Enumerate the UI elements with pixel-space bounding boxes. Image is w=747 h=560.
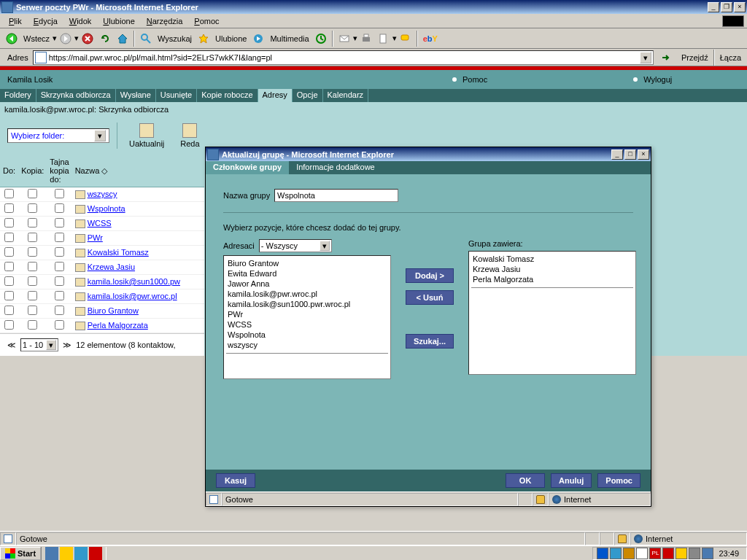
contact-link[interactable]: kamila.losik@sun1000.pw	[88, 277, 180, 286]
group-members-listbox[interactable]: Kowalski TomaszKrzewa JasiuPerla Malgorz…	[468, 251, 636, 375]
restore-button[interactable]: ❐	[721, 2, 732, 12]
contact-link[interactable]: Biuro Grantow	[88, 306, 139, 315]
pager-prev-icon[interactable]: ≪	[7, 341, 16, 350]
contact-link[interactable]: kamila.losik@pwr.wroc.pl	[88, 292, 177, 300]
tab-sent[interactable]: Wysłane	[116, 89, 156, 102]
to-checkbox[interactable]	[4, 306, 14, 315]
copy-checkbox[interactable]	[28, 233, 37, 242]
to-checkbox[interactable]	[4, 233, 14, 242]
menu-edit[interactable]: Edycja	[28, 15, 63, 27]
forward-dropdown-icon[interactable]: ▾	[74, 34, 79, 43]
contact-link[interactable]: PWr	[88, 233, 103, 242]
list-item[interactable]: kamila.losik@sun1000.pwr.wroc.pl	[226, 299, 388, 309]
to-checkbox[interactable]	[4, 203, 14, 213]
help-link[interactable]: Pomoc	[423, 75, 516, 84]
pager-range-select[interactable]: 1 - 10▾	[20, 338, 58, 351]
search-label[interactable]: Wyszukaj	[155, 34, 195, 43]
back-label[interactable]: Wstecz	[20, 34, 53, 43]
tab-inbox[interactable]: Skrzynka odbiorcza	[36, 89, 116, 102]
list-item[interactable]: kamila.losik@pwr.wroc.pl	[226, 289, 388, 299]
to-checkbox[interactable]	[4, 320, 14, 330]
quicklaunch-icon[interactable]	[45, 547, 58, 560]
popup-maximize-button[interactable]: □	[624, 149, 636, 160]
address-input[interactable]: https://mail.pwr.wroc.pl/pl/mail.html?si…	[33, 50, 654, 65]
to-checkbox[interactable]	[4, 218, 14, 228]
copy-checkbox[interactable]	[28, 203, 37, 213]
tab-group-members[interactable]: Członkowie grupy	[206, 161, 289, 174]
logout-link[interactable]: Wyloguj	[604, 75, 701, 84]
list-item[interactable]: Perla Malgorzata	[471, 274, 633, 284]
tray-icon[interactable]	[623, 548, 635, 559]
available-listbox[interactable]: Biuro GrantowEwita EdwardJawor Annakamil…	[223, 255, 391, 379]
tab-additional-info[interactable]: Informacje dodatkowe	[289, 161, 382, 174]
bcc-checkbox[interactable]	[55, 203, 64, 213]
ebay-icon[interactable]: ebY	[420, 34, 441, 43]
list-item[interactable]: Ewita Edward	[226, 268, 388, 279]
menu-favorites[interactable]: Ulubione	[97, 15, 140, 27]
quicklaunch-icon[interactable]	[89, 547, 102, 560]
bcc-checkbox[interactable]	[55, 291, 64, 300]
copy-checkbox[interactable]	[28, 306, 37, 315]
list-item[interactable]: wszyscy	[226, 340, 388, 350]
favorites-button[interactable]	[196, 31, 212, 47]
tray-icon[interactable]: PL	[649, 548, 661, 559]
copy-checkbox[interactable]	[28, 276, 37, 286]
copy-checkbox[interactable]	[28, 247, 37, 257]
search-button[interactable]: Szukaj...	[406, 334, 454, 349]
tab-options[interactable]: Opcje	[293, 89, 323, 102]
refresh-mail-button[interactable]: Uaktualnij	[125, 122, 169, 149]
quicklaunch-icon[interactable]	[74, 547, 88, 560]
folder-select[interactable]: Wybierz folder: ▾	[7, 128, 109, 143]
discuss-button[interactable]	[398, 31, 414, 47]
group-name-input[interactable]	[274, 189, 398, 202]
list-item[interactable]: WCSS	[226, 319, 388, 330]
stop-button[interactable]	[80, 31, 96, 47]
addressees-filter-select[interactable]: - Wszyscy▾	[259, 239, 332, 252]
menu-help[interactable]: Pomoc	[188, 15, 225, 27]
mail-dropdown-icon[interactable]: ▾	[353, 34, 357, 43]
favorites-label[interactable]: Ulubione	[212, 34, 249, 43]
folder-dropdown-icon[interactable]: ▾	[94, 130, 106, 141]
delete-button[interactable]: Kasuj	[216, 473, 255, 488]
address-dropdown-icon[interactable]: ▾	[640, 52, 651, 63]
menu-file[interactable]: Plik	[3, 15, 28, 27]
tray-icon[interactable]	[689, 548, 700, 559]
to-checkbox[interactable]	[4, 189, 14, 198]
tab-deleted[interactable]: Usunięte	[156, 89, 197, 102]
list-item[interactable]: Wspolnota	[226, 330, 388, 340]
menu-tools[interactable]: Narzędzia	[141, 15, 189, 27]
bcc-checkbox[interactable]	[55, 262, 64, 271]
tray-icon[interactable]	[610, 548, 622, 559]
to-checkbox[interactable]	[4, 247, 14, 257]
menu-view[interactable]: Widok	[63, 15, 98, 27]
go-button[interactable]	[658, 50, 674, 66]
col-name[interactable]: Nazwa ◇	[72, 155, 204, 187]
refresh-button[interactable]	[97, 31, 113, 47]
list-item[interactable]: Kowalski Tomasz	[471, 254, 633, 264]
quicklaunch-icon[interactable]	[60, 547, 73, 560]
search-button[interactable]	[138, 31, 154, 47]
tray-icon[interactable]	[597, 548, 608, 559]
cancel-button[interactable]: Anuluj	[551, 473, 592, 488]
list-item[interactable]: Biuro Grantow	[226, 258, 388, 268]
tab-drafts[interactable]: Kopie robocze	[197, 89, 258, 102]
bcc-checkbox[interactable]	[55, 218, 64, 228]
history-button[interactable]	[313, 31, 329, 47]
tray-icon[interactable]	[702, 548, 713, 559]
copy-checkbox[interactable]	[28, 189, 37, 198]
to-checkbox[interactable]	[4, 291, 14, 300]
col-copy[interactable]: Kopia:	[18, 155, 47, 187]
remove-button[interactable]: < Usuń	[406, 290, 454, 305]
pager-next-icon[interactable]: ≫	[63, 341, 71, 350]
edit-button[interactable]	[376, 31, 392, 47]
bcc-checkbox[interactable]	[55, 320, 64, 330]
col-to[interactable]: Do:	[0, 155, 18, 187]
tray-icon[interactable]	[676, 548, 687, 559]
to-checkbox[interactable]	[4, 276, 14, 286]
col-bcc[interactable]: Tajna kopia do:	[47, 155, 71, 187]
minimize-button[interactable]: _	[708, 2, 719, 12]
bcc-checkbox[interactable]	[55, 233, 64, 242]
list-item[interactable]: Jawor Anna	[226, 279, 388, 289]
copy-checkbox[interactable]	[28, 291, 37, 300]
media-button[interactable]	[250, 31, 266, 47]
